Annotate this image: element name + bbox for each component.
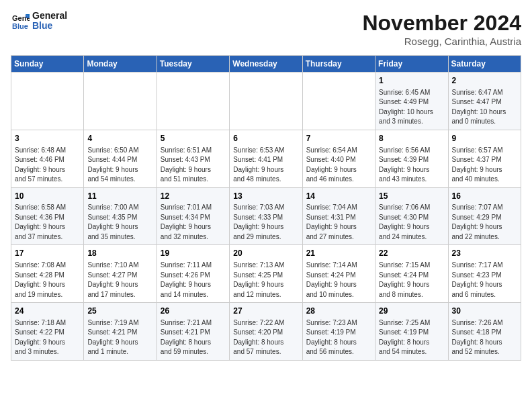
calendar-cell: 20Sunrise: 7:13 AM Sunset: 4:25 PM Dayli… — [230, 245, 302, 303]
day-info: Sunrise: 7:04 AM Sunset: 4:31 PM Dayligh… — [306, 203, 371, 242]
day-info: Sunrise: 6:45 AM Sunset: 4:49 PM Dayligh… — [379, 88, 444, 127]
calendar-cell: 16Sunrise: 7:07 AM Sunset: 4:29 PM Dayli… — [448, 187, 521, 245]
day-info: Sunrise: 6:51 AM Sunset: 4:43 PM Dayligh… — [161, 146, 226, 185]
calendar-cell: 6Sunrise: 6:53 AM Sunset: 4:41 PM Daylig… — [230, 130, 302, 187]
day-number: 24 — [15, 306, 80, 317]
day-number: 4 — [87, 133, 152, 144]
calendar-cell: 10Sunrise: 6:58 AM Sunset: 4:36 PM Dayli… — [11, 187, 84, 245]
calendar-week-row: 24Sunrise: 7:18 AM Sunset: 4:22 PM Dayli… — [11, 303, 521, 361]
day-info: Sunrise: 6:58 AM Sunset: 4:36 PM Dayligh… — [15, 203, 80, 242]
calendar-week-row: 10Sunrise: 6:58 AM Sunset: 4:36 PM Dayli… — [11, 187, 521, 245]
calendar-cell: 11Sunrise: 7:00 AM Sunset: 4:35 PM Dayli… — [84, 187, 157, 245]
day-info: Sunrise: 6:54 AM Sunset: 4:40 PM Dayligh… — [306, 146, 371, 185]
calendar-header-cell: Friday — [375, 56, 448, 73]
day-info: Sunrise: 6:50 AM Sunset: 4:44 PM Dayligh… — [87, 146, 152, 185]
day-info: Sunrise: 7:22 AM Sunset: 4:20 PM Dayligh… — [233, 318, 298, 357]
day-info: Sunrise: 6:56 AM Sunset: 4:39 PM Dayligh… — [379, 146, 444, 185]
day-number: 30 — [452, 306, 517, 317]
logo-line2: Blue — [32, 21, 67, 31]
day-info: Sunrise: 7:19 AM Sunset: 4:21 PM Dayligh… — [87, 318, 152, 357]
day-number: 8 — [379, 133, 444, 144]
calendar-cell: 9Sunrise: 6:57 AM Sunset: 4:37 PM Daylig… — [448, 130, 521, 187]
day-number: 10 — [15, 191, 80, 202]
calendar-cell: 24Sunrise: 7:18 AM Sunset: 4:22 PM Dayli… — [11, 303, 84, 361]
day-number: 7 — [306, 133, 371, 144]
day-number: 14 — [306, 191, 371, 202]
day-info: Sunrise: 7:25 AM Sunset: 4:19 PM Dayligh… — [379, 318, 444, 357]
day-number: 27 — [233, 306, 298, 317]
day-number: 18 — [87, 248, 152, 259]
calendar-cell: 27Sunrise: 7:22 AM Sunset: 4:20 PM Dayli… — [230, 303, 302, 361]
calendar-cell: 13Sunrise: 7:03 AM Sunset: 4:33 PM Dayli… — [230, 187, 302, 245]
calendar-header-row: SundayMondayTuesdayWednesdayThursdayFrid… — [11, 56, 521, 73]
day-number: 5 — [161, 133, 226, 144]
day-number: 13 — [233, 191, 298, 202]
day-number: 19 — [161, 248, 226, 259]
day-number: 22 — [379, 248, 444, 259]
day-info: Sunrise: 7:06 AM Sunset: 4:30 PM Dayligh… — [379, 203, 444, 242]
calendar-cell: 2Sunrise: 6:47 AM Sunset: 4:47 PM Daylig… — [448, 73, 521, 130]
calendar-week-row: 3Sunrise: 6:48 AM Sunset: 4:46 PM Daylig… — [11, 130, 521, 187]
day-number: 25 — [87, 306, 152, 317]
calendar-cell: 25Sunrise: 7:19 AM Sunset: 4:21 PM Dayli… — [84, 303, 157, 361]
day-info: Sunrise: 7:21 AM Sunset: 4:21 PM Dayligh… — [161, 318, 226, 357]
calendar-cell: 7Sunrise: 6:54 AM Sunset: 4:40 PM Daylig… — [302, 130, 375, 187]
day-info: Sunrise: 7:23 AM Sunset: 4:19 PM Dayligh… — [306, 318, 371, 357]
day-number: 15 — [379, 191, 444, 202]
day-info: Sunrise: 7:26 AM Sunset: 4:18 PM Dayligh… — [452, 318, 517, 357]
calendar-cell: 21Sunrise: 7:14 AM Sunset: 4:24 PM Dayli… — [302, 245, 375, 303]
calendar-body: 1Sunrise: 6:45 AM Sunset: 4:49 PM Daylig… — [11, 73, 521, 361]
month-title: November 2024 — [362, 11, 521, 36]
day-number: 2 — [452, 75, 517, 87]
day-info: Sunrise: 7:08 AM Sunset: 4:28 PM Dayligh… — [15, 261, 80, 300]
logo: General Blue General Blue — [11, 11, 67, 32]
day-info: Sunrise: 7:17 AM Sunset: 4:23 PM Dayligh… — [452, 261, 517, 300]
day-number: 9 — [452, 133, 517, 144]
calendar-cell — [157, 73, 229, 130]
calendar-week-row: 17Sunrise: 7:08 AM Sunset: 4:28 PM Dayli… — [11, 245, 521, 303]
calendar-cell: 29Sunrise: 7:25 AM Sunset: 4:19 PM Dayli… — [375, 303, 448, 361]
day-info: Sunrise: 6:57 AM Sunset: 4:37 PM Dayligh… — [452, 146, 517, 185]
title-area: November 2024 Rosegg, Carinthia, Austria — [362, 11, 521, 47]
calendar-cell: 19Sunrise: 7:11 AM Sunset: 4:26 PM Dayli… — [157, 245, 229, 303]
calendar-header-cell: Sunday — [11, 56, 84, 73]
calendar-cell: 14Sunrise: 7:04 AM Sunset: 4:31 PM Dayli… — [302, 187, 375, 245]
calendar-cell — [11, 73, 84, 130]
day-number: 12 — [161, 191, 226, 202]
calendar-cell: 28Sunrise: 7:23 AM Sunset: 4:19 PM Dayli… — [302, 303, 375, 361]
calendar-cell: 1Sunrise: 6:45 AM Sunset: 4:49 PM Daylig… — [375, 73, 448, 130]
day-info: Sunrise: 7:01 AM Sunset: 4:34 PM Dayligh… — [161, 203, 226, 242]
day-number: 23 — [452, 248, 517, 259]
calendar-header-cell: Tuesday — [157, 56, 229, 73]
day-number: 26 — [161, 306, 226, 317]
header: General Blue General Blue November 2024 … — [11, 11, 521, 47]
calendar-cell — [302, 73, 375, 130]
calendar-table: SundayMondayTuesdayWednesdayThursdayFrid… — [11, 55, 521, 361]
day-info: Sunrise: 6:53 AM Sunset: 4:41 PM Dayligh… — [233, 146, 298, 185]
calendar-cell: 3Sunrise: 6:48 AM Sunset: 4:46 PM Daylig… — [11, 130, 84, 187]
day-number: 6 — [233, 133, 298, 144]
calendar-cell: 23Sunrise: 7:17 AM Sunset: 4:23 PM Dayli… — [448, 245, 521, 303]
day-info: Sunrise: 7:00 AM Sunset: 4:35 PM Dayligh… — [87, 203, 152, 242]
calendar-header-cell: Wednesday — [230, 56, 302, 73]
calendar-cell: 4Sunrise: 6:50 AM Sunset: 4:44 PM Daylig… — [84, 130, 157, 187]
logo-line1: General — [32, 11, 67, 21]
day-number: 28 — [306, 306, 371, 317]
calendar-cell: 30Sunrise: 7:26 AM Sunset: 4:18 PM Dayli… — [448, 303, 521, 361]
calendar-cell: 17Sunrise: 7:08 AM Sunset: 4:28 PM Dayli… — [11, 245, 84, 303]
day-number: 17 — [15, 248, 80, 259]
day-info: Sunrise: 6:47 AM Sunset: 4:47 PM Dayligh… — [452, 88, 517, 127]
day-info: Sunrise: 7:03 AM Sunset: 4:33 PM Dayligh… — [233, 203, 298, 242]
location: Rosegg, Carinthia, Austria — [362, 36, 521, 47]
calendar-header-cell: Thursday — [302, 56, 375, 73]
day-number: 29 — [379, 306, 444, 317]
day-number: 11 — [87, 191, 152, 202]
day-number: 16 — [452, 191, 517, 202]
day-number: 3 — [15, 133, 80, 144]
day-number: 20 — [233, 248, 298, 259]
day-info: Sunrise: 7:13 AM Sunset: 4:25 PM Dayligh… — [233, 261, 298, 300]
calendar-cell: 15Sunrise: 7:06 AM Sunset: 4:30 PM Dayli… — [375, 187, 448, 245]
calendar-header-cell: Monday — [84, 56, 157, 73]
svg-text:Blue: Blue — [12, 22, 28, 30]
day-info: Sunrise: 7:15 AM Sunset: 4:24 PM Dayligh… — [379, 261, 444, 300]
